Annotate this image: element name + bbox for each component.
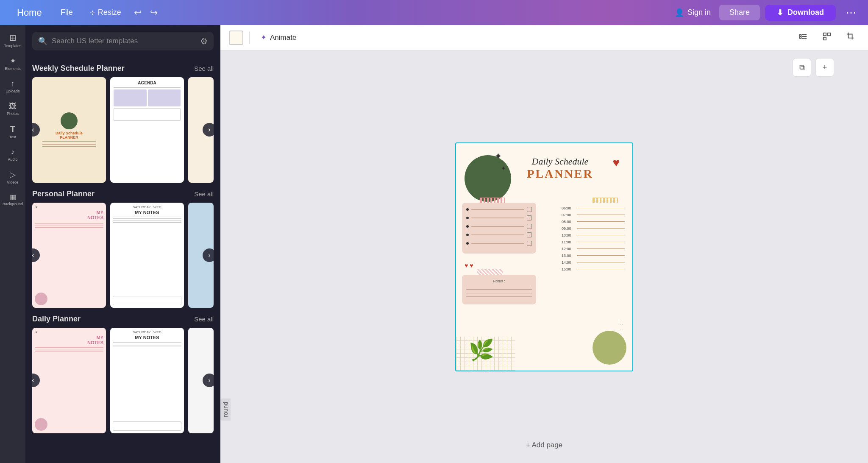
weekly-planner-templates: ‹ Daily SchedulePLANNER AGENDA <box>32 77 214 183</box>
time-label-4: 09:00 <box>562 226 575 231</box>
personal-planner-templates: ‹ ★ MYNOTES <box>32 203 214 308</box>
round-label[interactable]: round <box>220 399 231 421</box>
download-button[interactable]: ⬇ Download <box>765 5 836 21</box>
time-label-5: 10:00 <box>562 233 575 237</box>
nav-home[interactable]: Home <box>7 7 52 18</box>
add-page-button[interactable]: + Add page <box>455 436 633 455</box>
nav-resize[interactable]: ⊹ Resize <box>81 8 130 17</box>
daily-planner-title: Daily Planner <box>32 315 81 324</box>
todo-checkbox[interactable] <box>527 215 532 220</box>
schedule-box: 06:00 07:00 08:00 09:00 <box>558 203 628 277</box>
video-icon: ▷ <box>10 170 16 179</box>
todo-line <box>471 226 524 227</box>
color-swatch[interactable] <box>229 31 243 45</box>
uploads-icon: ↑ <box>11 79 15 88</box>
crop-button[interactable] <box>842 29 860 46</box>
sidebar-item-elements[interactable]: ✦ Elements <box>0 53 25 74</box>
todo-box <box>462 203 536 254</box>
deco-leaf: 🌿 <box>469 338 494 362</box>
time-row-10: 15:00 <box>562 267 625 271</box>
notes-line-4 <box>466 296 532 297</box>
search-input[interactable] <box>52 37 196 45</box>
share-button[interactable]: Share <box>719 5 760 20</box>
time-label-7: 12:00 <box>562 247 575 251</box>
top-navigation: Home File ⊹ Resize ↩ ↪ 👤 Sign in Share ⬇… <box>0 0 868 25</box>
sidebar-item-photos[interactable]: 🖼 Photos <box>0 98 25 119</box>
time-line <box>577 255 625 256</box>
weekly-planner-section-header: Weekly Schedule Planner See all <box>32 64 214 73</box>
time-line <box>577 269 625 269</box>
time-label-8: 13:00 <box>562 254 575 258</box>
template-sections: Weekly Schedule Planner See all ‹ Daily … <box>25 54 220 463</box>
daily-template-2[interactable]: SATURDAY · WED MY NOTES <box>110 328 184 433</box>
todo-bullet <box>466 242 469 245</box>
todo-bullet <box>466 217 469 219</box>
personal-template-1[interactable]: ★ MYNOTES <box>32 203 106 308</box>
weekly-planner-see-all[interactable]: See all <box>194 65 214 72</box>
notes-line-3 <box>466 293 532 294</box>
daily-template-1[interactable]: ★ MYNOTES <box>32 328 106 433</box>
todo-checkbox[interactable] <box>527 224 532 229</box>
notes-line-1 <box>466 286 532 287</box>
time-line <box>577 242 625 242</box>
daily-next-arrow[interactable]: › <box>203 374 214 387</box>
svg-rect-2 <box>823 37 826 40</box>
personal-planner-title: Personal Planner <box>32 190 95 198</box>
svg-rect-0 <box>823 33 826 36</box>
notes-line-2 <box>466 289 532 290</box>
time-label-9: 14:00 <box>562 260 575 265</box>
todo-checkbox[interactable] <box>527 207 532 212</box>
sidebar-item-uploads[interactable]: ↑ Uploads <box>0 76 25 97</box>
planner-title-script: Daily Schedule <box>505 156 615 167</box>
weekly-template-1[interactable]: Daily SchedulePLANNER <box>32 77 106 183</box>
animate-button[interactable]: ✦ Animate <box>256 31 301 45</box>
sidebar-item-text[interactable]: T Text <box>0 121 25 142</box>
templates-icon: ⊞ <box>9 33 17 43</box>
personal-next-arrow[interactable]: › <box>203 248 214 262</box>
deco-sparkles: ✦✦ <box>494 151 506 173</box>
daily-planner-see-all[interactable]: See all <box>194 315 214 323</box>
time-row-8: 13:00 <box>562 254 625 258</box>
weekly-template-2[interactable]: AGENDA <box>110 77 184 183</box>
todo-line <box>471 218 524 218</box>
duplicate-canvas-button[interactable]: ⧉ <box>793 58 811 77</box>
time-label-1: 06:00 <box>562 206 575 210</box>
planner-canvas[interactable]: ✦✦ ✦✦ ♥ Daily Schedule PLANNER ♥ ♥ <box>455 142 633 371</box>
toolbar-divider <box>249 31 250 44</box>
canvas-wrapper: ⧉ + ✦✦ ✦✦ <box>220 50 868 463</box>
audio-icon: ♪ <box>11 148 15 156</box>
time-row-3: 08:00 <box>562 220 625 224</box>
todo-checkbox[interactable] <box>527 241 532 246</box>
time-row-9: 14:00 <box>562 260 625 265</box>
deco-dots: ············ <box>618 318 624 337</box>
duplicate-icon: ⧉ <box>799 63 805 72</box>
undo-button[interactable]: ↩ <box>130 7 146 18</box>
todo-line <box>471 234 524 235</box>
position-button[interactable] <box>818 29 836 46</box>
sidebar-item-templates[interactable]: ⊞ Templates <box>0 29 25 51</box>
todo-checkbox[interactable] <box>527 232 532 237</box>
background-icon: ▦ <box>10 193 16 201</box>
redo-button[interactable]: ↪ <box>146 7 162 18</box>
planner-title-area: Daily Schedule PLANNER <box>505 156 615 181</box>
weekly-next-arrow[interactable]: › <box>203 123 214 137</box>
more-options-button[interactable]: ⋯ <box>841 7 861 19</box>
copy-style-button[interactable] <box>794 29 812 46</box>
time-line <box>577 248 625 249</box>
todo-item-3 <box>466 224 532 229</box>
time-line <box>577 208 625 208</box>
canvas-area: ✦ Animate ⧉ + <box>220 25 868 463</box>
sidebar-item-videos[interactable]: ▷ Videos <box>0 167 25 188</box>
todo-bullet <box>466 225 469 228</box>
sidebar-item-audio[interactable]: ♪ Audio <box>0 144 25 165</box>
nav-file[interactable]: File <box>52 8 81 17</box>
filter-icon[interactable]: ⚙ <box>200 36 208 46</box>
sign-in-button[interactable]: 👤 Sign in <box>666 8 719 17</box>
add-icon: + <box>823 63 827 72</box>
personal-planner-see-all[interactable]: See all <box>194 190 214 198</box>
time-line <box>577 215 625 215</box>
personal-template-2[interactable]: SATURDAY · WED MY NOTES <box>110 203 184 308</box>
time-row-5: 10:00 <box>562 233 625 237</box>
add-canvas-button[interactable]: + <box>815 58 834 77</box>
sidebar-item-background[interactable]: ▦ Background <box>0 190 25 209</box>
